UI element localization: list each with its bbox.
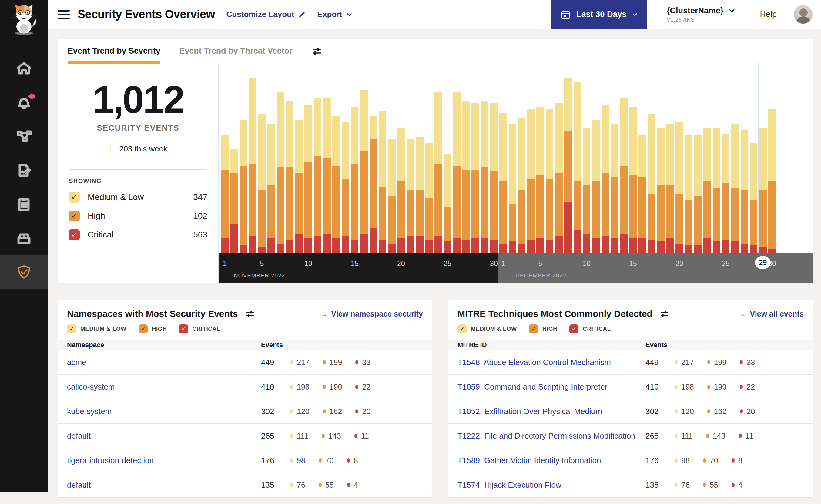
severity-checkbox-high[interactable]: ✓	[529, 324, 538, 333]
row-link[interactable]: T1574: Hijack Execution Flow	[457, 480, 561, 489]
namespaces-filter-settings-button[interactable]	[245, 309, 255, 319]
axis-tick: 25	[722, 260, 730, 268]
severity-checkbox-critical[interactable]: ✓	[179, 324, 188, 333]
events-medium_low: 111	[290, 432, 308, 440]
legend-item-medium_low[interactable]: ✓MEDIUM & LOW	[457, 324, 517, 333]
legend-item-high[interactable]: ✓HIGH	[529, 324, 557, 333]
bar-segment-medium-low	[249, 78, 257, 164]
row-link[interactable]: calico-system	[67, 382, 115, 391]
events-medium_low: 217	[290, 358, 310, 367]
menu-toggle-button[interactable]	[58, 10, 70, 19]
events-total: 176	[261, 456, 290, 465]
date-range-button[interactable]: Last 30 Days	[551, 0, 647, 29]
high-dot-icon	[703, 458, 706, 463]
trend-filter-settings-button[interactable]	[311, 46, 322, 57]
bar-segment-critical	[425, 240, 433, 253]
high-dot-icon	[319, 483, 322, 487]
row-link[interactable]: T1548: Abuse Elevation Control Mechanism	[457, 358, 611, 367]
severity-summary-panel: 1,012 SECURITY EVENTS ↑ 203 this week SH…	[58, 63, 219, 283]
tab-event-trend-by-severity[interactable]: Event Trend by Severity	[68, 39, 160, 63]
severity-checkbox-medium_low[interactable]: ✓	[457, 324, 467, 333]
events-high: 70	[703, 456, 718, 465]
row-link[interactable]: T1589: Gather Victim Identity Informatio…	[457, 456, 601, 465]
export-button[interactable]: Export	[318, 10, 353, 19]
events-total: 265	[261, 431, 290, 441]
events-total: 302	[261, 407, 290, 416]
bar-segment-critical	[342, 236, 349, 253]
severity-checkbox-high[interactable]: ✓	[138, 324, 148, 333]
events-critical: 4	[732, 481, 743, 489]
bar-segment-medium-low	[258, 114, 266, 190]
high-dot-icon	[707, 360, 710, 364]
bar-segment-critical	[685, 245, 693, 253]
legend-item-high[interactable]: ✓HIGH	[138, 324, 167, 333]
events-medium_low: 198	[290, 383, 310, 391]
row-link[interactable]: default	[67, 480, 91, 489]
bar-segment-high	[379, 187, 386, 240]
customize-layout-label: Customize Layout	[227, 10, 294, 19]
bar-segment-medium-low	[379, 111, 386, 187]
stacked-bar-day-dec-5	[536, 107, 544, 253]
row-link[interactable]: acme	[67, 358, 86, 367]
row-link[interactable]: default	[67, 431, 91, 440]
bar-segment-critical	[286, 240, 294, 253]
clipboard-icon	[16, 196, 32, 212]
bar-segment-critical	[536, 238, 544, 253]
stacked-bar-day-nov-23	[425, 143, 433, 253]
events-column-header: Events	[646, 341, 667, 349]
sidebar-item-compliance[interactable]	[0, 187, 48, 221]
bar-segment-critical	[407, 236, 414, 253]
sidebar-item-workloads[interactable]	[0, 221, 48, 255]
bar-segment-high	[713, 188, 720, 241]
legend-item-critical[interactable]: ✓CRITICAL	[569, 324, 611, 333]
sidebar-item-service-graph[interactable]	[0, 119, 48, 153]
row-link[interactable]: tigera-intrusion-detection	[67, 456, 154, 465]
bar-segment-medium-low	[518, 118, 525, 191]
bar-segment-critical	[722, 240, 730, 253]
view-all-events-link[interactable]: → View all events	[739, 310, 804, 318]
mitre-filter-settings-button[interactable]	[660, 309, 670, 319]
stacked-bar-day-dec-26	[731, 124, 739, 253]
bar-segment-critical	[509, 241, 516, 253]
calico-cat-logo[interactable]	[0, 0, 48, 36]
home-icon	[16, 61, 32, 76]
stacked-bar-day-dec-30	[768, 109, 776, 253]
tab-event-trend-by-threat-vector[interactable]: Event Trend by Threat Vector	[179, 39, 293, 63]
view-namespace-security-link[interactable]: → View namespace security	[320, 310, 423, 318]
row-link[interactable]: T1059: Command and Scripting Interpreter	[457, 382, 607, 391]
stacked-bar-day-dec-8	[564, 78, 572, 253]
bar-segment-high	[268, 185, 275, 238]
row-link[interactable]: T1052: Exfiltration Over Physical Medium	[457, 407, 602, 416]
bar-segment-high	[592, 181, 600, 238]
weekly-delta: ↑ 203 this week	[69, 144, 208, 154]
bar-segment-high	[351, 164, 358, 240]
high-dot-icon	[703, 483, 706, 487]
severity-checkbox-high[interactable]: ✓	[69, 211, 80, 221]
events-total: 449	[261, 358, 290, 367]
bar-segment-medium-low	[416, 137, 424, 190]
customize-layout-button[interactable]: Customize Layout	[227, 10, 306, 19]
severity-checkbox-critical[interactable]: ✓	[569, 324, 578, 333]
stacked-bar-day-dec-14	[620, 98, 628, 253]
row-link[interactable]: kube-system	[67, 407, 111, 416]
stacked-bar-day-dec-2	[509, 124, 516, 253]
legend-item-critical[interactable]: ✓CRITICAL	[179, 324, 221, 333]
stacked-bar-day-dec-21	[685, 135, 693, 253]
sidebar-item-policies[interactable]	[0, 153, 48, 187]
bar-segment-critical	[759, 247, 767, 253]
sidebar-item-threat-defense[interactable]	[0, 255, 48, 289]
sidebar-item-home[interactable]	[0, 51, 48, 85]
row-link[interactable]: T1222: File and Directory Permissions Mo…	[457, 431, 636, 440]
bar-segment-medium-low	[407, 139, 414, 190]
sidebar-item-alerts[interactable]	[0, 85, 48, 119]
stacked-bar-day-nov-14	[342, 122, 349, 253]
stacked-bar-day-dec-3	[518, 118, 525, 253]
user-avatar[interactable]	[794, 5, 813, 24]
severity-checkbox-critical[interactable]: ✓	[69, 229, 80, 240]
cluster-selector[interactable]: {ClusterName} V1.26 AKS	[667, 6, 736, 23]
legend-item-medium_low[interactable]: ✓MEDIUM & LOW	[67, 324, 126, 333]
help-link[interactable]: Help	[760, 10, 777, 19]
severity-checkbox-medium_low[interactable]: ✓	[69, 192, 80, 203]
severity-checkbox-medium_low[interactable]: ✓	[67, 324, 76, 333]
bar-segment-critical	[397, 238, 405, 253]
